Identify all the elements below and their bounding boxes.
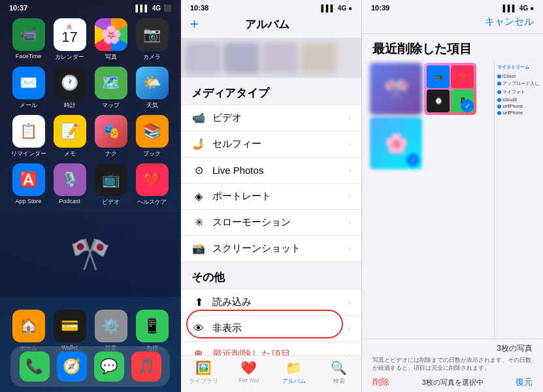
photo-count: 3枚の写真 (372, 343, 533, 354)
iphone-home-screen: 10:37 ▌▌▌ 4G ⬛ 📹 FaceTime 火 17 カレンダー 🌸 (0, 0, 181, 392)
selfie-icon: 🤳 (191, 138, 206, 150)
list-item-recently-deleted[interactable]: 🗑 最近削除した項目 › (181, 342, 361, 355)
selection-count-label: 3枚の写真を選択中 (421, 378, 483, 387)
books-icon: 📚 (136, 115, 169, 148)
dock-phone[interactable]: 📞 (20, 351, 50, 382)
tab-search[interactable]: 🔍 検索 (316, 360, 361, 385)
other-list: ⬆ 読み込み › 👁 非表示 › 🗑 最近削除した項目 › (181, 289, 361, 355)
camera-icon: 📷 (136, 18, 169, 51)
list-item-slowmo[interactable]: ✳ スローモーション › (181, 210, 361, 236)
anime-bg: 🎌 (0, 212, 180, 297)
podcasts-icon: 🎙️ (54, 163, 86, 196)
sidebar-myphoto[interactable]: マイフォト (497, 89, 540, 95)
hidden-icon: 👁 (191, 323, 206, 335)
reminders-icon: 📋 (12, 115, 45, 148)
app-clock[interactable]: 🕐 時計 (52, 67, 88, 110)
media-type-list: 📹 ビデオ › 🤳 セルフィー › ⊙ Live Photos › ◈ ポートレ… (181, 105, 361, 262)
app-notes[interactable]: 📝 メモ (52, 115, 88, 158)
tab-bar-panel2: 🖼️ ライブラリ ❤️ For You 📁 アルバム 🔍 検索 (181, 355, 361, 392)
list-item-live[interactable]: ⊙ Live Photos › (181, 157, 361, 184)
app-photos[interactable]: 🌸 写真 (93, 18, 129, 61)
tab-for-you[interactable]: ❤️ For You (226, 360, 271, 385)
restore-button[interactable]: 復元 (516, 376, 533, 388)
section-other-header: その他 (181, 262, 361, 289)
notes-icon: 📝 (54, 115, 86, 148)
mail-icon: ✉️ (12, 67, 45, 99)
app-reminders[interactable]: 📋 リマインダー (10, 115, 46, 158)
sidebar-selfphone1[interactable]: selfPhone (497, 104, 540, 108)
weather-icon: 🌤️ (136, 67, 169, 99)
time-panel1: 10:37 (9, 4, 27, 12)
health-icon: ❤️ (136, 163, 169, 196)
trash-icon: 🗑 (191, 349, 206, 356)
tab-library[interactable]: 🖼️ ライブラリ (181, 360, 226, 385)
appstore-icon: 🅰️ (12, 163, 45, 196)
anime1-icon: 🎭 (95, 115, 127, 148)
app-mail[interactable]: ✉️ メール (10, 67, 46, 110)
dock-music[interactable]: 🎵 (131, 351, 161, 382)
dock-messages[interactable]: 💬 (94, 351, 124, 382)
maps-icon: 🗺️ (95, 67, 127, 99)
list-item-import[interactable]: ⬆ 読み込み › (181, 289, 361, 316)
time-panel2: 10:38 (190, 4, 208, 12)
custom-icon: 📱 (136, 310, 169, 342)
sidebar-filter: マイストリーム iCloud アップロード入し マイフォト icloud2 se… (494, 60, 543, 338)
app-facetime[interactable]: 📹 FaceTime (10, 18, 46, 61)
deleted-items-content: マイストリーム iCloud アップロード入し マイフォト icloud2 se… (362, 60, 543, 338)
delete-button[interactable]: 削除 (372, 376, 389, 388)
app-maps[interactable]: 🗺️ マップ (93, 67, 129, 110)
status-bar-panel3: 10:39 ▌▌▌ 4G ● (362, 0, 543, 13)
selected-badge-2: ✓ (461, 99, 474, 112)
list-item-selfie[interactable]: 🤳 セルフィー › (181, 131, 361, 157)
sidebar-upload[interactable]: アップロード入し (497, 80, 540, 87)
video-icon: 📹 (191, 112, 206, 124)
sidebar-icloud2[interactable]: icloud2 (497, 97, 540, 102)
deleted-thumb-3[interactable]: 🌸 ✓ (370, 117, 422, 169)
add-album-button[interactable]: + (190, 16, 199, 33)
sidebar-icloud[interactable]: iCloud (497, 74, 540, 78)
dock-safari[interactable]: 🧭 (57, 351, 87, 382)
deleted-thumb-1[interactable]: 🎌 (370, 63, 422, 115)
import-icon: ⬆ (191, 296, 206, 308)
appletv-icon: 📺 (95, 163, 127, 196)
list-item-hidden[interactable]: 👁 非表示 › (181, 316, 361, 342)
app-camera[interactable]: 📷 カメラ (134, 18, 170, 61)
status-bar-panel2: 10:38 ▌▌▌ 4G ● (181, 0, 361, 13)
app-calendar[interactable]: 火 17 カレンダー (52, 18, 88, 61)
albums-screen: 10:38 ▌▌▌ 4G ● + アルバム メディアタイプ 📹 ビデオ › (181, 0, 362, 392)
photos-icon: 🌸 (95, 18, 127, 51)
calendar-icon: 火 17 (54, 18, 86, 51)
app-appletv[interactable]: 📺 ビデオ (93, 163, 129, 206)
albums-nav: + アルバム (181, 13, 361, 39)
deletion-description: 写真とビデオには削除までの日数が表示されます。その日数が経過すると、項目は完全に… (372, 356, 533, 372)
dock: 📞 🧭 💬 🎵 (10, 346, 170, 387)
cancel-button[interactable]: キャンセル (485, 16, 534, 28)
albums-title: アルバム (245, 17, 289, 32)
app-books[interactable]: 📚 ブック (134, 115, 170, 158)
deleted-thumbs-grid: 🎌 📺 ❤️ ⌚ 📱 ✓ 🌸 ✓ (367, 60, 487, 172)
screenshot-icon: 📸 (191, 242, 206, 255)
list-item-portrait[interactable]: ◈ ポートレート › (181, 184, 361, 210)
app-weather[interactable]: 🌤️ 天気 (134, 67, 170, 110)
recently-deleted-title: 最近削除した項目 (362, 34, 543, 60)
status-icons-panel1: ▌▌▌ 4G ⬛ (135, 5, 171, 12)
list-item-screenshot[interactable]: 📸 スクリーンショット › (181, 236, 361, 262)
app-anime1[interactable]: 🎭 ナク (93, 115, 129, 158)
home-icon: 🏠 (12, 310, 45, 342)
app-podcasts[interactable]: 🎙️ Podcast (52, 163, 88, 206)
recently-deleted-screen: 10:39 ▌▌▌ 4G ● キャンセル 最近削除した項目 マイストリーム iC… (362, 0, 543, 392)
panel3-bottom-bar: 3枚の写真 写真とビデオには削除までの日数が表示されます。その日数が経過すると、… (362, 338, 543, 392)
deleted-thumb-2[interactable]: 📺 ❤️ ⌚ 📱 ✓ (424, 63, 476, 115)
live-photos-icon: ⊙ (191, 164, 206, 176)
app-appstore[interactable]: 🅰️ App Store (10, 163, 46, 206)
list-item-video[interactable]: 📹 ビデオ › (181, 105, 361, 131)
app-health[interactable]: ❤️ ヘルスケア (134, 163, 170, 206)
portrait-icon: ◈ (191, 190, 206, 203)
sidebar-selfphone2[interactable]: selfPhone (497, 110, 540, 115)
wallet-icon: 💳 (54, 310, 86, 342)
signal-panel1: ▌▌▌ (135, 5, 149, 12)
albums-content: メディアタイプ 📹 ビデオ › 🤳 セルフィー › ⊙ Live Photos … (181, 39, 361, 355)
slowmo-icon: ✳ (191, 216, 206, 229)
tab-album[interactable]: 📁 アルバム (271, 360, 316, 385)
section-media-header: メディアタイプ (181, 78, 361, 105)
